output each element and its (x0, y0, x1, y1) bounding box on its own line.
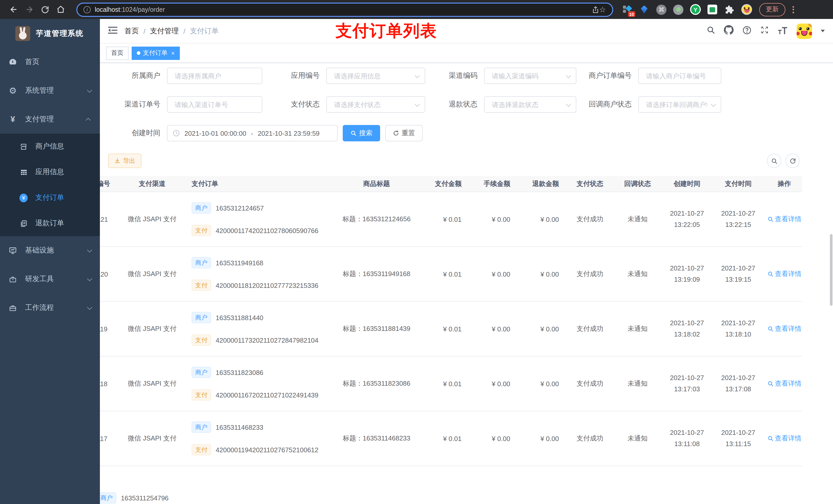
merchant-tag: 商户 (192, 367, 211, 378)
tab-close-icon[interactable]: × (171, 49, 175, 56)
profile-avatar-icon[interactable] (741, 4, 752, 15)
channel-order-no-input[interactable] (167, 96, 262, 113)
merchant-tag: 商户 (192, 202, 211, 214)
extension-command-icon[interactable] (656, 4, 667, 15)
filter-channel-order-no: 渠道订单号 (100, 96, 262, 113)
home-icon[interactable] (56, 5, 65, 14)
view-details-link[interactable]: 查看详情 (767, 434, 802, 443)
tab-home[interactable]: 首页 (106, 46, 128, 60)
fullscreen-icon[interactable] (760, 26, 769, 37)
user-avatar[interactable] (796, 23, 812, 39)
sidebar-item-pay-order[interactable]: 支付订单 (0, 185, 100, 211)
view-details-link[interactable]: 查看详情 (767, 324, 802, 333)
sidebar-item-app-info[interactable]: 应用信息 (0, 159, 100, 185)
sidebar-item-home[interactable]: 首页 (0, 48, 100, 76)
extension-chat-icon[interactable] (708, 5, 717, 14)
refund-amount: ¥ 0.00 (518, 325, 566, 333)
callback-status-select[interactable] (638, 96, 721, 113)
tab-pay-order[interactable]: 支付订单 × (132, 46, 180, 60)
url-bar[interactable]: localhost :1024/pay/order (76, 2, 613, 17)
action-cell: 查看详情 (764, 379, 805, 388)
extension-kite-icon[interactable] (639, 4, 649, 15)
order-id: 118 (100, 380, 119, 387)
sidebar-item-label: 首页 (25, 57, 91, 67)
github-icon[interactable] (724, 25, 734, 37)
view-details-link[interactable]: 查看详情 (767, 379, 802, 388)
avatar-caret-icon[interactable] (821, 30, 825, 32)
chrome-update-button[interactable]: 更新 (759, 3, 785, 16)
bookmark-star-icon[interactable] (599, 5, 606, 14)
help-icon[interactable] (742, 25, 752, 37)
sidebar-item-label: 支付管理 (25, 115, 87, 124)
fee-amount: ¥ 0.00 (469, 435, 518, 442)
reset-button[interactable]: 重置 (385, 125, 423, 141)
table-row: 121 微信 JSAPI 支付 商户 1635312124657 支付 4200… (100, 192, 802, 247)
sidebar-item-label: 应用信息 (35, 167, 64, 177)
date-range-picker[interactable]: 2021-10-01 00:00:00 - 2021-10-31 23:59:5… (167, 125, 338, 141)
reload-icon[interactable] (41, 5, 49, 14)
sidebar-item-infra[interactable]: 基础设施 (0, 236, 100, 265)
pay-channel: 微信 JSAPI 支付 (119, 324, 186, 333)
product-title: 标题：1635311881439 (333, 324, 420, 333)
font-size-icon[interactable] (778, 26, 788, 36)
sidebar-item-merchant-info[interactable]: 商户信息 (0, 134, 100, 159)
extensions-row: 10 Y (621, 4, 752, 15)
chevron-down-icon (87, 247, 92, 252)
extension-record-icon[interactable] (673, 4, 684, 15)
toolbox-icon (9, 275, 17, 283)
site-info-icon[interactable] (84, 6, 91, 13)
sidebar-item-label: 工作流程 (25, 303, 87, 312)
merchant-order-no-input[interactable] (638, 68, 721, 84)
callback-status: 未通知 (614, 269, 661, 279)
view-icon (767, 271, 773, 277)
app-select-input[interactable] (326, 68, 425, 84)
search-icon (351, 130, 357, 136)
table-body: 121 微信 JSAPI 支付 商户 1635312124657 支付 4200… (100, 192, 802, 504)
extension-y-icon[interactable]: Y (690, 4, 701, 15)
fee-amount: ¥ 0.00 (469, 215, 518, 223)
channel-code-input[interactable] (484, 68, 576, 84)
chrome-menu-icon[interactable] (790, 4, 796, 15)
sidebar-item-devtools[interactable]: 研发工具 (0, 265, 100, 293)
pay-status-select[interactable] (326, 96, 425, 113)
pay-amount: ¥ 0.01 (420, 215, 469, 223)
pay-time-cell: 2021-10-27 13:11:15 (713, 427, 764, 450)
pay-order-icon (20, 193, 28, 202)
extension-aqua-icon[interactable]: 10 (621, 4, 632, 15)
content-scrollbar[interactable] (830, 234, 832, 306)
view-details-link[interactable]: 查看详情 (767, 269, 802, 279)
product-title: 标题：1635311823086 (333, 379, 420, 388)
sidebar-fold-icon[interactable] (108, 26, 117, 36)
view-details-link[interactable]: 查看详情 (767, 215, 802, 224)
pay-channel: 微信 JSAPI 支付 (119, 215, 186, 224)
back-icon[interactable] (9, 5, 18, 14)
sidebar-item-label: 支付订单 (35, 193, 64, 202)
export-button[interactable]: 导出 (108, 154, 141, 168)
refund-amount: ¥ 0.00 (518, 215, 566, 223)
sidebar-item-refund-order[interactable]: 退款订单 (0, 211, 100, 236)
share-icon[interactable] (592, 5, 599, 14)
refund-status-select[interactable] (484, 96, 576, 113)
chevron-down-icon (87, 87, 92, 93)
extensions-puzzle-icon[interactable] (724, 4, 735, 15)
merchant-select-input[interactable] (167, 68, 262, 84)
search-button[interactable]: 搜索 (343, 125, 380, 141)
merchant-order-no: 1635311949168 (216, 259, 263, 267)
breadcrumb-pay[interactable]: 支付管理 (150, 26, 179, 35)
sidebar-item-pay[interactable]: 支付管理 (0, 105, 100, 134)
action-cell: 查看详情 (764, 434, 805, 443)
refund-amount: ¥ 0.00 (518, 380, 566, 387)
pay-time-cell: 2021-10-27 13:17:08 (713, 373, 764, 395)
sidebar-item-workflow[interactable]: 工作流程 (0, 293, 100, 322)
search-icon[interactable] (707, 26, 715, 37)
date-start: 2021-10-01 00:00:00 (185, 129, 246, 137)
forward-icon[interactable] (25, 5, 34, 14)
create-time-cell: 2021-10-27 13:18:02 (661, 317, 713, 340)
action-cell: 查看详情 (764, 215, 805, 224)
toggle-search-button[interactable] (767, 154, 781, 168)
sidebar-item-system[interactable]: 系统管理 (0, 76, 100, 105)
table-toolbar: 导出 (100, 154, 833, 168)
breadcrumb-home[interactable]: 首页 (124, 26, 139, 35)
refresh-button[interactable] (785, 154, 800, 168)
filter-refund-status: 退款状态 (425, 96, 576, 113)
